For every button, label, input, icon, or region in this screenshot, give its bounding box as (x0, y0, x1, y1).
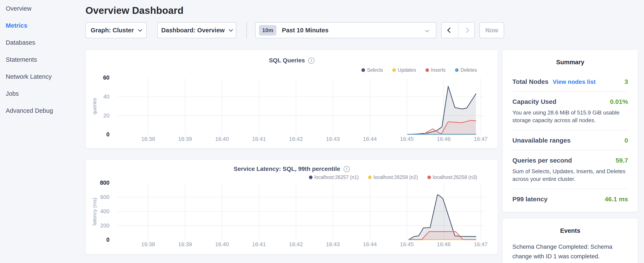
summary-value: 3 (624, 78, 628, 85)
summary-row-capacity-used: Capacity Used 0.01% You are using 28.6 M… (512, 92, 628, 130)
legend-dot (368, 176, 372, 179)
summary-description: Sum of Selects, Updates, Inserts, and De… (512, 167, 628, 183)
legend-item[interactable]: Updates (392, 67, 416, 73)
time-step-buttons (441, 22, 475, 38)
legend-dot (362, 68, 365, 72)
svg-text:16:46: 16:46 (437, 241, 451, 247)
legend-item[interactable]: localhost:26257 (n1) (309, 174, 359, 180)
charts-column: SQL Queries i Selects Updates (86, 50, 498, 254)
legend-item[interactable]: localhost:26259 (n2) (368, 174, 418, 180)
right-column: Summary Total Nodes View nodes list 3 Ca… (502, 50, 638, 263)
page-title: Overview Dashboard (86, 5, 638, 16)
toolbar: Graph: Cluster Dashboard: Overview 10m P… (86, 22, 638, 38)
chart-legend: localhost:26257 (n1) localhost:26259 (n2… (86, 174, 498, 180)
svg-text:0: 0 (106, 237, 110, 243)
summary-label: P99 latency (512, 195, 548, 203)
page: Overview Metrics Databases Statements Ne… (0, 0, 644, 263)
summary-rows: Total Nodes View nodes list 3 Capacity U… (512, 70, 628, 209)
legend-item[interactable]: localhost:26258 (n3) (427, 174, 477, 180)
summary-value: 0 (624, 137, 628, 144)
time-range-label: Past 10 Minutes (282, 27, 328, 34)
legend-dot (392, 68, 396, 72)
time-prev-button[interactable] (442, 23, 458, 38)
svg-text:16:43: 16:43 (326, 241, 340, 247)
chevron-left-icon (447, 28, 452, 33)
summary-row-p99-latency: P99 latency 46.1 ms (512, 189, 628, 209)
chart-header: Service Latency: SQL, 99th percentile i (86, 166, 498, 172)
svg-text:600: 600 (100, 194, 110, 200)
svg-text:16:45: 16:45 (400, 136, 414, 142)
svg-text:16:43: 16:43 (326, 136, 340, 142)
legend-item[interactable]: Inserts (426, 67, 446, 73)
sidebar-item-network-latency[interactable]: Network Latency (0, 68, 86, 85)
sidebar-item-jobs[interactable]: Jobs (0, 85, 86, 102)
svg-text:16:40: 16:40 (215, 241, 229, 247)
info-icon[interactable]: i (308, 58, 314, 64)
info-icon[interactable]: i (344, 166, 350, 172)
legend-item[interactable]: Deletes (455, 67, 477, 73)
sql-queries-chart[interactable]: 16:3816:3916:4016:4116:4216:4316:4416:45… (86, 50, 498, 148)
legend-dot (427, 176, 431, 179)
sidebar-item-overview[interactable]: Overview (0, 0, 86, 17)
sidebar: Overview Metrics Databases Statements Ne… (0, 0, 86, 263)
legend-label: Selects (367, 67, 383, 73)
sidebar-item-databases[interactable]: Databases (0, 34, 86, 51)
dashboard-dropdown[interactable]: Dashboard: Overview (157, 22, 236, 38)
sql-queries-card: SQL Queries i Selects Updates (86, 50, 498, 148)
summary-value: 46.1 ms (605, 195, 628, 203)
svg-text:16:39: 16:39 (178, 136, 192, 142)
time-next-button[interactable] (458, 23, 474, 38)
chevron-down-icon (425, 28, 429, 32)
svg-text:200: 200 (100, 222, 110, 228)
legend-item[interactable]: Selects (362, 67, 383, 73)
sidebar-item-statements[interactable]: Statements (0, 51, 86, 68)
svg-text:16:42: 16:42 (289, 136, 303, 142)
svg-text:16:39: 16:39 (178, 241, 192, 247)
summary-panel: Summary Total Nodes View nodes list 3 Ca… (502, 50, 638, 212)
svg-text:16:47: 16:47 (474, 241, 488, 247)
summary-label: Total Nodes (512, 78, 548, 85)
legend-dot (426, 68, 429, 72)
summary-label: Queries per second (512, 157, 572, 164)
svg-text:400: 400 (100, 208, 110, 214)
summary-row-total-nodes: Total Nodes View nodes list 3 (512, 70, 628, 92)
chart-header: SQL Queries i (86, 57, 498, 64)
view-nodes-list-link[interactable]: View nodes list (552, 79, 596, 85)
svg-text:16:46: 16:46 (437, 136, 451, 142)
svg-text:16:42: 16:42 (289, 241, 303, 247)
svg-text:16:45: 16:45 (400, 241, 414, 247)
event-item[interactable]: Schema Change Completed: Schema change w… (512, 242, 628, 263)
legend-label: localhost:26257 (n1) (314, 174, 359, 180)
now-button[interactable]: Now (480, 22, 504, 38)
svg-text:16:44: 16:44 (363, 241, 377, 247)
svg-text:800: 800 (100, 180, 110, 186)
svg-text:40: 40 (103, 94, 110, 100)
svg-text:16:47: 16:47 (474, 136, 488, 142)
summary-row-queries-per-second: Queries per second 59.7 Sum of Selects, … (512, 150, 628, 189)
time-range-picker[interactable]: 10m Past 10 Minutes (255, 22, 436, 38)
legend-dot (455, 68, 458, 72)
svg-text:16:41: 16:41 (252, 241, 266, 247)
svg-text:16:44: 16:44 (363, 136, 377, 142)
events-title: Events (502, 218, 638, 234)
service-latency-card: Service Latency: SQL, 99th percentile i … (86, 159, 498, 254)
svg-text:latency (ms): latency (ms) (92, 198, 98, 225)
svg-text:20: 20 (103, 113, 110, 119)
sidebar-item-advanced-debug[interactable]: Advanced Debug (0, 102, 86, 119)
chart-title: Service Latency: SQL, 99th percentile (234, 166, 340, 172)
legend-label: Deletes (460, 67, 477, 73)
legend-label: Inserts (431, 67, 446, 73)
svg-text:0: 0 (106, 131, 110, 138)
events-panel: Events Schema Change Completed: Schema c… (502, 218, 638, 263)
chart-title: SQL Queries (269, 57, 305, 64)
sidebar-item-metrics[interactable]: Metrics (0, 17, 86, 34)
legend-label: localhost:26258 (n3) (433, 174, 477, 180)
chevron-down-icon (229, 28, 233, 32)
main-content: Overview Dashboard Graph: Cluster Dashbo… (86, 0, 644, 263)
service-latency-chart[interactable]: 16:3816:3916:4016:4116:4216:4316:4416:45… (86, 160, 498, 254)
legend-label: Updates (398, 67, 416, 73)
summary-label: Unavailable ranges (512, 137, 570, 144)
svg-text:16:41: 16:41 (252, 136, 266, 142)
graph-dropdown[interactable]: Graph: Cluster (86, 22, 147, 38)
summary-value: 0.01% (610, 98, 628, 105)
